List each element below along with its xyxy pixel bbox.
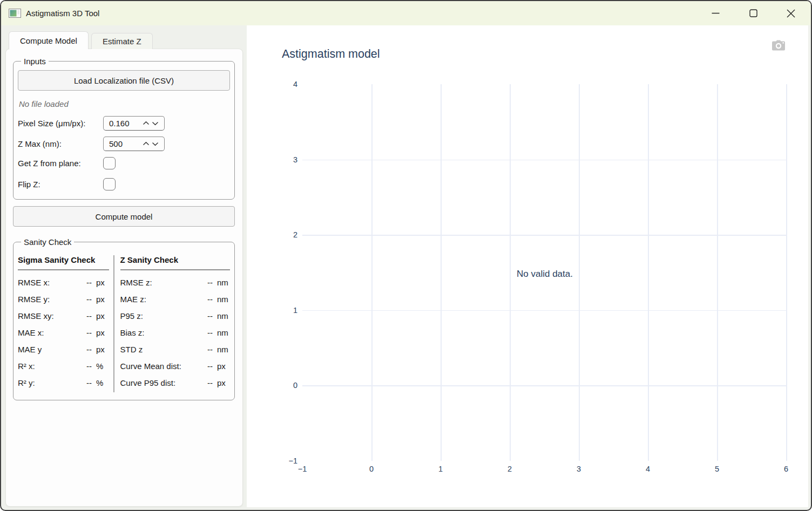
z-max-label: Z Max (nm): [18,139,103,148]
sanity-row: RMSE z:--nm [120,274,231,291]
tab-estimate-z[interactable]: Estimate Z [91,33,153,49]
sanity-row: Curve Mean dist:--px [120,358,231,374]
load-file-button[interactable]: Load Localization file (CSV) [18,70,230,91]
sanity-row-val: -- [202,328,213,337]
sanity-row: Bias z:--nm [120,324,231,341]
sanity-row-val: -- [81,328,92,337]
minimize-button[interactable] [703,4,728,23]
pixel-size-row: Pixel Size (μm/px): 0.160 [18,116,230,131]
sanity-row: P95 z:--nm [120,308,231,324]
y-tick-label: 3 [293,155,297,164]
get-z-from-plane-row: Get Z from plane: [18,157,230,169]
sanity-row: RMSE xy:--px [18,308,109,324]
sanity-row: RMSE x:--px [18,274,109,291]
x-tick-label: 1 [438,465,443,473]
sanity-row-val: -- [202,311,213,321]
z-max-decrement-button[interactable] [151,140,160,148]
sanity-row-unit: px [217,378,230,387]
sanity-row-val: -- [202,345,213,354]
chevron-up-icon [143,119,150,127]
sanity-row-unit: nm [217,328,230,337]
flip-z-checkbox[interactable] [103,178,116,190]
sanity-row-lab: Curve Mean dist: [120,362,202,371]
inputs-group-title: Inputs [21,57,49,66]
x-tick-label: 6 [784,465,788,473]
gridline-vertical [786,84,787,461]
gridline-vertical [648,84,649,461]
sanity-columns: Sigma Sanity Check RMSE x:--pxRMSE y:--p… [18,251,230,392]
gridline-vertical [441,84,442,461]
sanity-row-val: -- [81,311,92,321]
get-z-from-plane-checkbox[interactable] [103,157,116,169]
sanity-check-group-title: Sanity Check [21,237,74,247]
sanity-row: MAE y--px [18,341,109,358]
sanity-row-lab: MAE y [18,345,81,354]
chevron-down-icon [152,119,159,127]
sanity-row-lab: R² y: [18,378,81,387]
pixel-size-spinbox[interactable]: 0.160 [103,116,165,131]
pixel-size-decrement-button[interactable] [151,119,160,127]
gridline-vertical [579,84,580,461]
z-sanity-rows: RMSE z:--nmMAE z:--nmP95 z:--nmBias z:--… [120,274,231,391]
x-tick-label: 0 [369,465,374,473]
sanity-row-lab: Bias z: [120,328,202,337]
y-tick-label: 1 [293,306,297,315]
tab-compute-model[interactable]: Compute Model [9,31,89,49]
sanity-row-unit: px [96,328,109,337]
sanity-row-lab: P95 z: [120,311,202,321]
camera-icon[interactable] [772,40,786,52]
chevron-down-icon [152,140,159,148]
sanity-row: RMSE y:--px [18,291,109,308]
sigma-sanity-column: Sigma Sanity Check RMSE x:--pxRMSE y:--p… [18,255,109,392]
sanity-row-lab: RMSE xy: [18,311,81,321]
sanity-row-lab: STD z [120,345,202,354]
compute-model-button[interactable]: Compute model [13,206,235,227]
sanity-row: R² y:--% [18,374,109,391]
sanity-row-unit: px [217,362,230,371]
sanity-row-unit: nm [217,278,230,287]
sanity-row-unit: nm [217,345,230,354]
z-max-value[interactable]: 500 [109,139,141,148]
maximize-button[interactable] [741,4,766,23]
z-sanity-header: Z Sanity Check [120,255,231,270]
pixel-size-value[interactable]: 0.160 [109,119,141,128]
chevron-up-icon [143,140,150,148]
file-status-text: No file loaded [19,99,230,108]
inputs-group: Inputs Load Localization file (CSV) No f… [13,57,235,200]
gridline-horizontal [302,310,786,311]
x-tick-label: 3 [577,465,581,473]
window-title: Astigmatism 3D Tool [26,9,99,18]
tab-bar: Compute Model Estimate Z [9,31,153,49]
sanity-row-val: -- [81,362,92,371]
gridline-vertical [717,84,718,461]
z-max-spinbox[interactable]: 500 [103,137,165,151]
sanity-row-unit: px [96,311,109,321]
get-z-from-plane-label: Get Z from plane: [18,159,103,168]
z-max-increment-button[interactable] [141,140,151,148]
sanity-row-val: -- [81,295,92,304]
y-tick-label: 2 [293,230,297,239]
sanity-row: MAE x:--px [18,324,109,341]
sanity-row-lab: R² x: [18,362,81,371]
sanity-row: R² x:--% [18,358,109,374]
y-tick-label: 4 [293,80,297,88]
sanity-row-lab: Curve P95 dist: [120,378,202,387]
sigma-sanity-rows: RMSE x:--pxRMSE y:--pxRMSE xy:--pxMAE x:… [18,274,109,391]
y-tick-label: −1 [288,457,297,465]
sanity-row-val: -- [202,378,213,387]
sanity-row-lab: RMSE y: [18,295,81,304]
sanity-row: Curve P95 dist:--px [120,374,231,391]
x-tick-label: 5 [715,465,719,473]
flip-z-row: Flip Z: [18,178,230,190]
sanity-row-lab: RMSE z: [120,278,202,287]
sanity-row-unit: % [96,362,109,371]
app-icon [9,9,21,18]
sanity-row: STD z--nm [120,341,231,358]
x-tick-label: −1 [298,465,307,473]
gridline-horizontal [302,235,786,236]
sanity-row-lab: MAE x: [18,328,81,337]
sanity-row-val: -- [202,362,213,371]
close-button[interactable] [779,4,803,23]
sanity-row-lab: RMSE x: [18,278,81,287]
pixel-size-increment-button[interactable] [141,119,151,127]
